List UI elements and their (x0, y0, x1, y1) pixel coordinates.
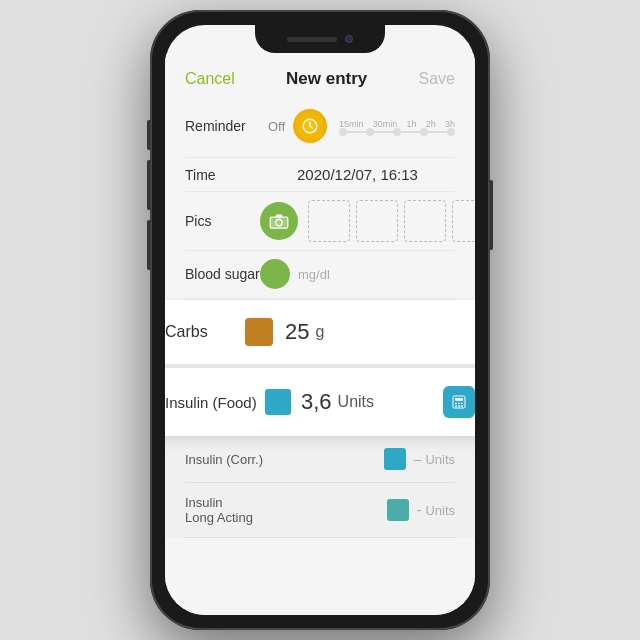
screen-content: Cancel New entry Save Reminder Off (165, 53, 475, 615)
reminder-row: Reminder Off 15m (185, 101, 455, 158)
cancel-button[interactable]: Cancel (185, 70, 235, 88)
blood-sugar-label: Blood sugar (185, 266, 260, 282)
insulin-long-label-container: Insulin Long Acting (185, 495, 387, 525)
save-button[interactable]: Save (419, 70, 455, 88)
insulin-long-row[interactable]: Insulin Long Acting - Units (185, 483, 455, 538)
svg-rect-4 (276, 215, 282, 218)
notch (255, 25, 385, 53)
carbs-row[interactable]: Carbs 25 g (165, 300, 475, 364)
slider-dot-1 (339, 128, 347, 136)
insulin-long-label-line2: Long Acting (185, 510, 387, 525)
slider-dot-2 (366, 128, 374, 136)
pic-slot-4[interactable] (452, 200, 475, 242)
svg-rect-9 (461, 403, 463, 404)
svg-rect-7 (455, 403, 457, 404)
insulin-food-label: Insulin (Food) (165, 394, 265, 411)
insulin-corr-label: Insulin (Corr.) (185, 452, 384, 467)
phone-screen: Cancel New entry Save Reminder Off (165, 25, 475, 615)
speaker (287, 37, 337, 42)
blood-sugar-unit: mg/dl (298, 267, 330, 282)
side-button-vol-up (147, 160, 150, 210)
carbs-color-indicator (245, 318, 273, 346)
insulin-long-color (387, 499, 409, 521)
insulin-long-label-line1: Insulin (185, 495, 387, 510)
reminder-label: Reminder (185, 118, 260, 134)
slider-dot-5 (447, 128, 455, 136)
svg-rect-10 (455, 405, 457, 406)
pic-slot-2[interactable] (356, 200, 398, 242)
insulin-food-color (265, 389, 291, 415)
svg-rect-6 (455, 398, 463, 401)
time-value[interactable]: 2020/12/07, 16:13 (260, 166, 455, 183)
nav-header: Cancel New entry Save (165, 53, 475, 101)
slider-dot-3 (393, 128, 401, 136)
reminder-slider-container: 15min 30min 1h 2h 3h (339, 119, 455, 133)
time-row: Time 2020/12/07, 16:13 (185, 158, 455, 192)
phone-frame: Cancel New entry Save Reminder Off (150, 10, 490, 630)
svg-rect-12 (461, 405, 463, 406)
side-button-vol-down (147, 220, 150, 270)
side-button-power (490, 180, 493, 250)
pic-placeholders (308, 200, 475, 242)
svg-rect-1 (270, 217, 288, 228)
insulin-long-dash: - (417, 502, 422, 518)
blood-sugar-icon[interactable] (260, 259, 290, 289)
pic-slot-1[interactable] (308, 200, 350, 242)
reminder-icon[interactable] (293, 109, 327, 143)
form-section: Reminder Off 15m (165, 101, 475, 300)
bottom-rows: Insulin (Corr.) – Units Insulin Long Act… (165, 436, 475, 538)
slider-dot-4 (420, 128, 428, 136)
pic-slot-3[interactable] (404, 200, 446, 242)
slider-dots (339, 128, 455, 136)
carbs-label: Carbs (165, 323, 245, 341)
pics-row: Pics (185, 192, 455, 251)
reminder-status: Off (268, 119, 285, 134)
svg-rect-11 (458, 405, 460, 406)
carbs-unit: g (315, 323, 324, 341)
insulin-corr-dash: – (414, 451, 422, 467)
reminder-top: Reminder Off 15m (185, 109, 455, 143)
insulin-long-unit: Units (425, 503, 455, 518)
insulin-food-value[interactable]: 3,6 (301, 389, 332, 415)
calculator-icon[interactable] (443, 386, 475, 418)
reminder-slider-track[interactable] (339, 131, 455, 133)
front-camera (345, 35, 353, 43)
insulin-food-unit: Units (338, 393, 374, 411)
pics-label: Pics (185, 213, 260, 229)
insulin-corr-row[interactable]: Insulin (Corr.) – Units (185, 436, 455, 483)
insulin-food-row[interactable]: Insulin (Food) 3,6 Units (165, 368, 475, 436)
page-title: New entry (286, 69, 367, 89)
blood-sugar-row: Blood sugar mg/dl (185, 251, 455, 300)
time-label: Time (185, 167, 260, 183)
insulin-corr-unit: Units (425, 452, 455, 467)
camera-icon[interactable] (260, 202, 298, 240)
carbs-value[interactable]: 25 (285, 319, 309, 345)
side-button-mute (147, 120, 150, 150)
insulin-corr-color (384, 448, 406, 470)
svg-rect-8 (458, 403, 460, 404)
